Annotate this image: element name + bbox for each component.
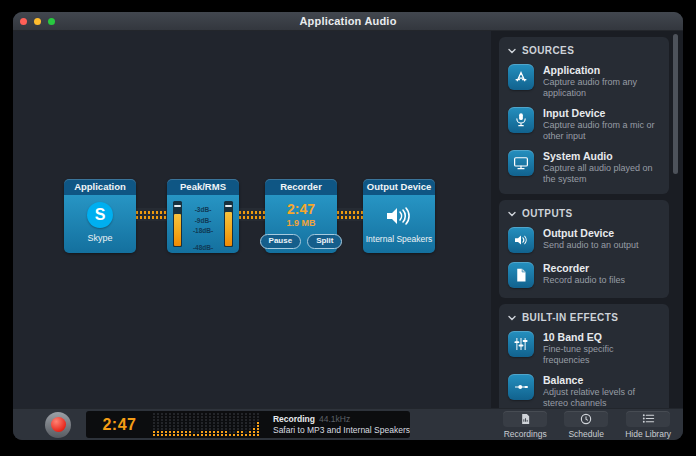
section-sources: SOURCES Application Capture audio from a… <box>499 37 669 194</box>
item-text: 10 Band EQ Fine-tune specific frequencie… <box>543 331 660 365</box>
item-text: Recorder Record audio to files <box>543 262 660 288</box>
connector-dashes <box>136 211 167 214</box>
library-item-output-device[interactable]: Output Device Send audio to an output <box>508 227 660 253</box>
node-output-label: Internal Speakers <box>366 234 433 244</box>
node-header: Output Device <box>363 179 435 195</box>
node-source-label: Skype <box>87 233 112 243</box>
hide-library-button[interactable]: Hide Library <box>625 411 671 439</box>
db-label: -9dB- <box>195 217 212 224</box>
toolbar-buttons: Recordings Schedule Hide Library <box>503 411 671 439</box>
chevron-down-icon <box>508 211 516 217</box>
library-item-input-device[interactable]: Input Device Capture audio from a mic or… <box>508 107 660 141</box>
main-content: Application S Skype Peak/RMS <box>13 31 683 409</box>
recording-status: Recording <box>273 414 315 424</box>
recordings-icon <box>503 411 547 427</box>
item-text: Output Device Send audio to an output <box>543 227 660 253</box>
library-item-10-band-eq[interactable]: 10 Band EQ Fine-tune specific frequencie… <box>508 331 660 365</box>
schedule-button[interactable]: Schedule <box>564 411 608 439</box>
library-item-recorder[interactable]: Recorder Record audio to files <box>508 262 660 288</box>
connector-dashes <box>239 211 265 214</box>
node-header: Recorder <box>265 179 337 195</box>
chevron-down-icon <box>508 315 516 321</box>
button-label: Schedule <box>568 429 603 439</box>
minimize-window-button[interactable] <box>34 18 41 25</box>
item-description: Capture audio from a mic or other input <box>543 120 660 141</box>
library-item-application[interactable]: Application Capture audio from any appli… <box>508 64 660 98</box>
db-label: -18dB- <box>193 227 213 234</box>
split-button[interactable]: Split <box>307 234 342 249</box>
close-window-button[interactable] <box>20 18 27 25</box>
connector-dashes <box>136 216 167 219</box>
schedule-icon <box>564 411 608 427</box>
balance-slider-icon <box>508 374 534 400</box>
zoom-window-button[interactable] <box>48 18 55 25</box>
application-icon <box>508 64 534 90</box>
node-output-device[interactable]: Output Device Internal Speakers <box>363 179 435 253</box>
peak-hold-indicator <box>174 205 181 207</box>
library-sidebar: SOURCES Application Capture audio from a… <box>491 31 683 409</box>
node-body: -3dB- -9dB- -18dB- -48dB- <box>167 195 239 253</box>
recordings-button[interactable]: Recordings <box>503 411 547 439</box>
microphone-icon <box>508 107 534 133</box>
audio-connector <box>337 208 363 221</box>
pipeline-canvas[interactable]: Application S Skype Peak/RMS <box>13 31 491 409</box>
db-scale-labels: -3dB- -9dB- -18dB- -48dB- <box>185 201 221 251</box>
item-title: Output Device <box>543 227 660 239</box>
audio-connector <box>239 208 265 221</box>
item-title: System Audio <box>543 150 660 162</box>
meter-fill <box>174 214 181 246</box>
item-description: Capture all audio played on the system <box>543 163 660 184</box>
item-text: Application Capture audio from any appli… <box>543 64 660 98</box>
button-label: Recordings <box>504 429 547 439</box>
eq-sliders-icon <box>508 331 534 357</box>
sample-rate: 44.1kHz <box>319 414 350 424</box>
record-button[interactable] <box>45 412 71 438</box>
chevron-down-icon <box>508 48 516 54</box>
section-header-effects[interactable]: BUILT-IN EFFECTS <box>508 312 660 323</box>
left-level-meter <box>173 201 182 247</box>
sidebar-scrollbar[interactable] <box>673 34 678 174</box>
item-title: Application <box>543 64 660 76</box>
node-application[interactable]: Application S Skype <box>64 179 136 253</box>
audio-connector <box>136 208 167 221</box>
section-title: SOURCES <box>522 45 574 56</box>
section-built-in-effects: BUILT-IN EFFECTS 10 Band EQ Fine-tune sp… <box>499 304 669 409</box>
vu-meter <box>153 413 259 436</box>
session-info: Recording44.1kHz Safari to MP3 and Inter… <box>273 414 410 435</box>
window-controls <box>20 12 55 30</box>
db-label: -48dB- <box>193 244 213 251</box>
library-item-balance[interactable]: Balance Adjust relative levels of stereo… <box>508 374 660 408</box>
node-peak-rms[interactable]: Peak/RMS -3dB- -9dB- -18dB- -48dB- <box>167 179 239 253</box>
hide-library-icon <box>626 411 670 427</box>
session-timer: 2:47 <box>86 416 153 434</box>
node-header: Application <box>64 179 136 195</box>
item-description: Send audio to an output <box>543 240 660 251</box>
peak-hold-indicator <box>225 205 232 207</box>
recorder-controls: Pause Split <box>260 234 343 249</box>
connector-dashes <box>337 211 363 214</box>
item-description: Fine-tune specific frequencies <box>543 344 660 365</box>
item-description: Capture audio from any application <box>543 77 660 98</box>
session-display: 2:47 Recording44.1kHz Safari to MP3 and … <box>86 411 410 438</box>
section-title: OUTPUTS <box>522 208 573 219</box>
item-title: Balance <box>543 374 660 386</box>
skype-icon: S <box>87 202 113 228</box>
record-indicator <box>51 417 66 432</box>
display-icon <box>508 150 534 176</box>
library-item-system-audio[interactable]: System Audio Capture all audio played on… <box>508 150 660 184</box>
item-text: Input Device Capture audio from a mic or… <box>543 107 660 141</box>
status-bar: 2:47 Recording44.1kHz Safari to MP3 and … <box>13 408 683 440</box>
file-icon <box>508 262 534 288</box>
section-header-sources[interactable]: SOURCES <box>508 45 660 56</box>
window-title: Application Audio <box>299 15 396 27</box>
item-title: 10 Band EQ <box>543 331 660 343</box>
node-recorder[interactable]: Recorder 2:47 1.9 MB Pause Split <box>265 179 337 253</box>
connector-dashes <box>239 216 265 219</box>
node-body: S Skype <box>64 195 136 253</box>
speaker-icon <box>508 227 534 253</box>
pause-button[interactable]: Pause <box>260 234 302 249</box>
section-header-outputs[interactable]: OUTPUTS <box>508 208 660 219</box>
right-level-meter <box>224 201 233 247</box>
speaker-icon <box>384 203 414 229</box>
button-label: Hide Library <box>625 429 671 439</box>
